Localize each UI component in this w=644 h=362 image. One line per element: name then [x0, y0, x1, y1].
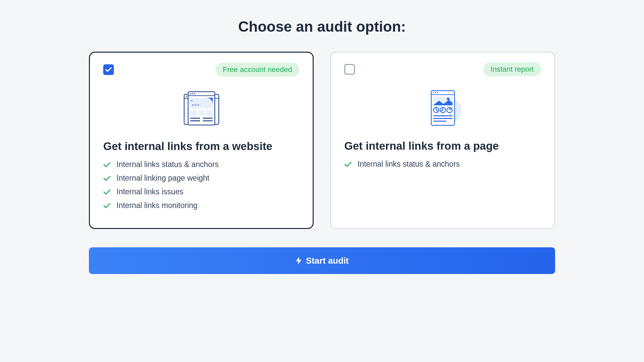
- svg-point-3: [186, 96, 187, 97]
- website-illustration: [103, 87, 299, 130]
- check-icon: [103, 203, 111, 209]
- card-header: Instant report: [344, 62, 541, 76]
- svg-point-32: [435, 92, 436, 93]
- svg-rect-27: [203, 120, 213, 121]
- check-icon: [105, 67, 112, 72]
- options-container: Free account needed: [89, 52, 555, 229]
- svg-point-35: [447, 98, 450, 100]
- svg-rect-47: [433, 121, 447, 122]
- feature-list: Internal links status & anchors: [344, 160, 541, 169]
- option-card-website[interactable]: Free account needed: [89, 52, 314, 229]
- feature-label: Internal links issues: [117, 187, 183, 196]
- feature-item: Internal links issues: [103, 187, 299, 196]
- badge-instant-report: Instant report: [483, 62, 541, 76]
- checkbox-checked[interactable]: [103, 64, 114, 75]
- check-icon: [344, 161, 352, 167]
- svg-point-33: [437, 92, 438, 93]
- check-icon: [103, 162, 111, 168]
- feature-label: Internal links status & anchors: [358, 160, 460, 169]
- card-title: Get internal links from a page: [344, 140, 541, 152]
- page-title: Choose an audit option:: [89, 18, 555, 35]
- bolt-icon: [295, 257, 302, 265]
- svg-rect-22: [198, 110, 205, 116]
- page-illustration: [344, 86, 541, 130]
- svg-rect-16: [190, 98, 213, 108]
- svg-point-31: [433, 92, 434, 93]
- start-audit-label: Start audit: [306, 256, 349, 266]
- svg-rect-46: [433, 118, 453, 119]
- card-header: Free account needed: [103, 63, 299, 77]
- svg-rect-25: [203, 118, 213, 119]
- svg-rect-23: [206, 110, 213, 116]
- check-icon: [103, 175, 111, 181]
- feature-item: Internal links status & anchors: [344, 160, 541, 169]
- card-title: Get internal links from a website: [103, 140, 299, 153]
- svg-point-18: [195, 104, 196, 106]
- feature-list: Internal links status & anchors Internal…: [103, 160, 299, 210]
- feature-label: Internal links monitoring: [117, 201, 197, 210]
- option-card-page[interactable]: Instant report: [330, 52, 555, 229]
- svg-rect-45: [433, 115, 453, 116]
- feature-item: Internal links monitoring: [103, 201, 299, 210]
- svg-point-13: [190, 93, 191, 94]
- checkbox-unchecked[interactable]: [344, 64, 355, 75]
- svg-point-14: [192, 93, 193, 94]
- feature-label: Internal links status & anchors: [117, 160, 219, 169]
- svg-rect-24: [190, 118, 200, 119]
- svg-point-15: [194, 93, 195, 94]
- svg-rect-21: [190, 110, 197, 116]
- svg-rect-26: [190, 120, 200, 121]
- feature-item: Internal linking page weight: [103, 174, 299, 183]
- feature-item: Internal links status & anchors: [103, 160, 299, 169]
- badge-free-account: Free account needed: [215, 63, 299, 77]
- check-icon: [103, 189, 111, 195]
- feature-label: Internal linking page weight: [117, 174, 209, 183]
- start-audit-button[interactable]: Start audit: [89, 247, 555, 274]
- svg-point-19: [197, 104, 199, 106]
- svg-rect-20: [191, 100, 192, 101]
- svg-point-17: [192, 104, 193, 106]
